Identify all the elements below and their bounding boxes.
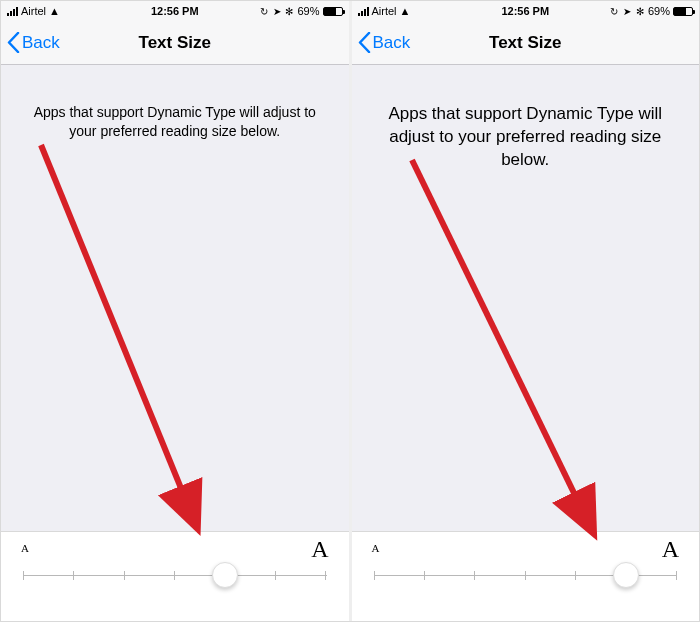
chevron-left-icon	[358, 32, 371, 53]
carrier-label: Airtel	[21, 5, 46, 17]
content-area: Apps that support Dynamic Type will adju…	[1, 65, 349, 621]
wifi-icon: ▲	[49, 5, 60, 17]
signal-icon	[7, 7, 18, 16]
battery-icon	[323, 7, 343, 16]
slider-min-label: A	[21, 542, 29, 556]
slider-ticks	[23, 571, 327, 580]
status-indicator-icons: ↻ ➤ ✻	[260, 6, 295, 17]
annotation-arrow	[31, 145, 261, 569]
description-text: Apps that support Dynamic Type will adju…	[352, 65, 700, 172]
text-size-slider-panel: A A	[1, 531, 349, 621]
status-bar: Airtel ▲ 12:56 PM ↻ ➤ ✻ 69%	[352, 1, 700, 21]
status-right: ↻ ➤ ✻ 69%	[260, 5, 343, 17]
chevron-left-icon	[7, 32, 20, 53]
nav-bar: Back Text Size	[352, 21, 700, 65]
status-right: ↻ ➤ ✻ 69%	[610, 5, 693, 17]
screenshot-left: Airtel ▲ 12:56 PM ↻ ➤ ✻ 69% Back Text Si…	[1, 1, 349, 621]
battery-percent: 69%	[297, 5, 319, 17]
text-size-slider[interactable]	[374, 562, 678, 588]
back-label: Back	[22, 33, 60, 53]
status-indicator-icons: ↻ ➤ ✻	[610, 6, 645, 17]
back-button[interactable]: Back	[1, 32, 60, 53]
status-bar: Airtel ▲ 12:56 PM ↻ ➤ ✻ 69%	[1, 1, 349, 21]
slider-thumb[interactable]	[212, 562, 238, 588]
wifi-icon: ▲	[400, 5, 411, 17]
page-title: Text Size	[489, 33, 561, 53]
description-text: Apps that support Dynamic Type will adju…	[1, 65, 349, 141]
slider-max-label: A	[662, 542, 679, 556]
page-title: Text Size	[139, 33, 211, 53]
screenshot-right: Airtel ▲ 12:56 PM ↻ ➤ ✻ 69% Back Text Si…	[349, 1, 700, 621]
status-left: Airtel ▲	[7, 5, 60, 17]
back-label: Back	[373, 33, 411, 53]
battery-icon	[673, 7, 693, 16]
clock: 12:56 PM	[151, 5, 199, 17]
back-button[interactable]: Back	[352, 32, 411, 53]
text-size-slider-panel: A A	[352, 531, 700, 621]
carrier-label: Airtel	[372, 5, 397, 17]
battery-percent: 69%	[648, 5, 670, 17]
slider-min-label: A	[372, 542, 380, 556]
slider-thumb[interactable]	[613, 562, 639, 588]
annotation-arrow	[402, 160, 652, 564]
clock: 12:56 PM	[501, 5, 549, 17]
content-area: Apps that support Dynamic Type will adju…	[352, 65, 700, 621]
slider-max-label: A	[311, 542, 328, 556]
signal-icon	[358, 7, 369, 16]
nav-bar: Back Text Size	[1, 21, 349, 65]
text-size-slider[interactable]	[23, 562, 327, 588]
svg-line-1	[412, 160, 592, 530]
svg-line-0	[41, 145, 196, 525]
status-left: Airtel ▲	[358, 5, 411, 17]
